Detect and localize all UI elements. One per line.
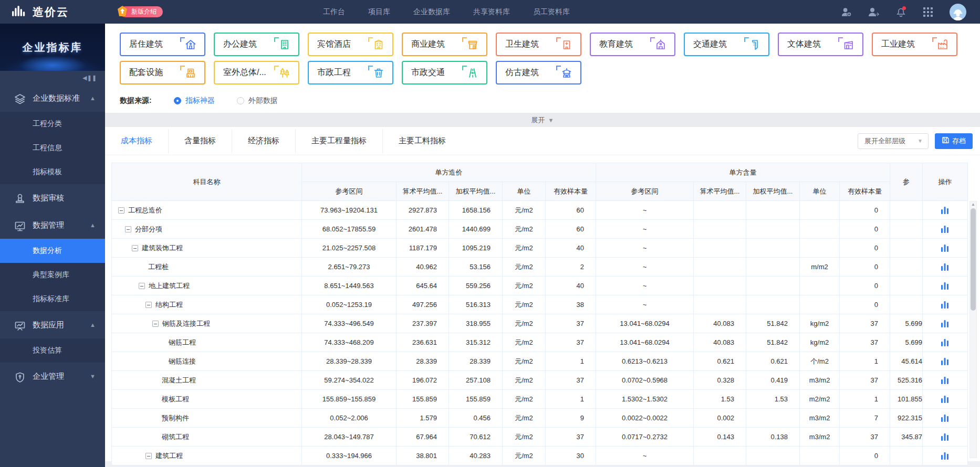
collapse-toggle-icon[interactable] — [145, 302, 152, 308]
nav-item-4[interactable]: 员工资料库 — [533, 7, 570, 17]
sidebar-subitem-指标标准库[interactable]: 指标标准库 — [0, 287, 105, 311]
chart-action-icon[interactable] — [941, 414, 949, 422]
chart-action-icon[interactable] — [941, 395, 949, 403]
nav-item-0[interactable]: 工作台 — [323, 7, 345, 17]
table-row: 分部分项68.052~17855.592601.4781440.699元/m26… — [112, 220, 968, 239]
expand-collapse-bar[interactable]: 展开 ▼ — [105, 113, 980, 127]
chart-action-icon[interactable] — [941, 452, 949, 460]
category-button-市政交通[interactable]: 市政交通 — [402, 61, 487, 84]
add-user-icon[interactable] — [840, 6, 852, 18]
sidebar-subitem-工程信息[interactable]: 工程信息 — [0, 136, 105, 160]
sidebar-item-2[interactable]: 数据管理▲ — [0, 211, 105, 239]
category-button-仿古建筑[interactable]: 仿古建筑 — [496, 61, 581, 84]
pagoda-icon — [559, 66, 574, 80]
subject-label: 混凝土工程 — [162, 376, 196, 385]
collapse-toggle-icon[interactable] — [125, 226, 131, 232]
chart-action-icon[interactable] — [941, 357, 949, 365]
cell: 315.312 — [449, 333, 503, 352]
subject-name-cell: 分部分项 — [112, 220, 302, 239]
cell: 0.143 — [694, 428, 746, 447]
sidebar-subitem-典型案例库[interactable]: 典型案例库 — [0, 263, 105, 287]
chart-action-icon[interactable] — [941, 244, 949, 252]
data-source-radio-1[interactable]: 外部数据 — [237, 96, 278, 105]
sidebar-subitem-数据分析[interactable]: 数据分析 — [0, 239, 105, 263]
vertical-scrollbar[interactable]: ▲ — [969, 201, 977, 458]
category-label: 宾馆酒店 — [317, 39, 351, 50]
subject-name-cell: 模板工程 — [112, 390, 302, 409]
data-source-radio-0[interactable]: 指标神器 — [174, 96, 215, 105]
nav-item-2[interactable]: 企业数据库 — [413, 7, 450, 17]
category-button-文体建筑[interactable]: 文体建筑 — [778, 33, 863, 56]
chart-action-icon[interactable] — [941, 376, 949, 384]
cell: 5.699 — [890, 333, 923, 352]
cell: 0.052~2.006 — [302, 409, 397, 428]
collapse-toggle-icon[interactable] — [145, 453, 152, 459]
category-button-市政工程[interactable]: 市政工程 — [308, 61, 393, 84]
category-button-办公建筑[interactable]: 办公建筑 — [214, 33, 299, 56]
table-zone: 科目名称 单方造价 单方含量 参 操作 参考区间 算术平均值... 加权平均值.… — [111, 163, 978, 465]
category-button-配套设施[interactable]: 配套设施 — [120, 61, 205, 84]
radio-selected-icon — [174, 97, 181, 104]
tab-主要工料指标[interactable]: 主要工料指标 — [383, 127, 462, 155]
category-label: 室外总体/... — [223, 67, 266, 78]
category-label: 卫生建筑 — [505, 39, 539, 50]
tab-主要工程量指标[interactable]: 主要工程量指标 — [296, 127, 382, 155]
table-row: 预制构件0.052~2.0061.5790.456元/m290.0022~0.0… — [112, 409, 968, 428]
chart-action-icon[interactable] — [941, 301, 949, 309]
subject-label: 建筑装饰工程 — [142, 243, 183, 253]
category-button-工业建筑[interactable]: 工业建筑 — [872, 33, 957, 56]
cell: 38.801 — [397, 447, 449, 465]
chart-action-icon[interactable] — [941, 206, 949, 214]
chart-action-icon[interactable] — [941, 338, 949, 346]
scrollbar-thumb[interactable] — [971, 208, 976, 311]
category-button-教育建筑[interactable]: 教育建筑 — [590, 33, 675, 56]
action-cell — [923, 258, 968, 277]
cell: 37 — [840, 428, 890, 447]
expand-level-dropdown[interactable]: 展开全部层级▼ — [858, 133, 929, 149]
sidebar-item-0[interactable]: 企业数据标准▲ — [0, 84, 105, 112]
chart-action-icon[interactable] — [941, 225, 949, 233]
tab-含量指标[interactable]: 含量指标 — [169, 127, 232, 155]
archive-button[interactable]: 存档 — [935, 133, 973, 149]
col-qty-range: 参考区间 — [596, 182, 694, 201]
apps-grid-icon[interactable] — [922, 6, 934, 18]
tab-经济指标[interactable]: 经济指标 — [232, 127, 295, 155]
municipal-icon — [371, 66, 386, 80]
cell — [746, 277, 800, 295]
collapse-toggle-icon[interactable] — [118, 207, 124, 214]
chart-action-icon[interactable] — [941, 282, 949, 290]
notification-bell-icon[interactable] — [895, 6, 906, 18]
action-cell — [923, 239, 968, 258]
chart-action-icon[interactable] — [941, 320, 949, 327]
collapse-toggle-icon[interactable] — [132, 245, 138, 251]
sidebar-item-4[interactable]: 企业管理▼ — [0, 363, 105, 390]
scroll-up-arrow[interactable]: ▲ — [970, 201, 976, 208]
switch-user-icon[interactable] — [868, 6, 879, 18]
sidebar-subitem-指标模板[interactable]: 指标模板 — [0, 160, 105, 184]
nav-item-3[interactable]: 共享资料库 — [473, 7, 510, 17]
category-button-居住建筑[interactable]: 居住建筑 — [120, 33, 205, 56]
avatar[interactable] — [950, 4, 966, 20]
category-button-卫生建筑[interactable]: 卫生建筑 — [496, 33, 581, 56]
chart-action-icon[interactable] — [941, 433, 949, 441]
sidebar-subitem-投资估算[interactable]: 投资估算 — [0, 338, 105, 363]
cell: 318.955 — [449, 314, 503, 333]
category-button-宾馆酒店[interactable]: 宾馆酒店 — [308, 33, 393, 56]
cell: 元/m2 — [503, 220, 546, 239]
top-navbar: 造价云 新版介绍 工作台项目库企业数据库共享资料库员工资料库 — [0, 0, 980, 24]
sidebar-collapse-icon[interactable]: ◀❚❚ — [0, 71, 105, 84]
tab-成本指标[interactable]: 成本指标 — [105, 127, 168, 155]
chart-action-icon[interactable] — [941, 263, 949, 271]
nav-item-1[interactable]: 项目库 — [368, 7, 390, 17]
new-version-badge[interactable]: 新版介绍 — [120, 6, 163, 18]
category-button-交通建筑[interactable]: 交通建筑 — [684, 33, 769, 56]
house-icon — [183, 37, 198, 52]
sidebar-item-3[interactable]: 数据应用▲ — [0, 311, 105, 338]
category-button-室外总体/...[interactable]: 室外总体/... — [214, 61, 299, 84]
collapse-toggle-icon[interactable] — [139, 283, 145, 289]
sidebar-item-label: 数据管理 — [33, 220, 64, 230]
category-button-商业建筑[interactable]: 商业建筑 — [402, 33, 487, 56]
collapse-toggle-icon[interactable] — [152, 321, 159, 327]
sidebar-subitem-工程分类[interactable]: 工程分类 — [0, 112, 105, 136]
sidebar-item-1[interactable]: 数据审核 — [0, 184, 105, 211]
